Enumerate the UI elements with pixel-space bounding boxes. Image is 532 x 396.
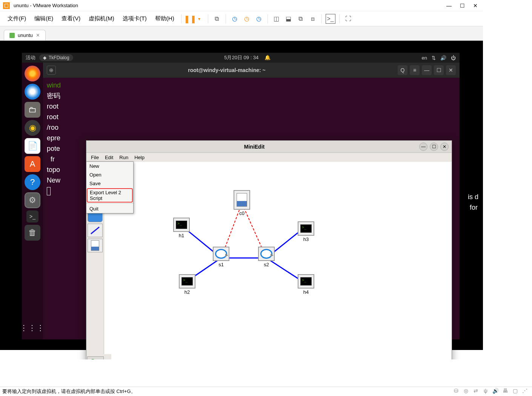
vmware-titlebar: ununtu - VMware Workstation — ☐ ✕: [0, 0, 483, 11]
terminal-menu-icon[interactable]: ≡: [410, 65, 420, 75]
activities-button[interactable]: 活动: [26, 54, 35, 61]
terminal-close-icon[interactable]: ✕: [446, 65, 456, 75]
volume-icon[interactable]: 🔊: [440, 55, 446, 61]
terminal-title: root@windy-virtual-machine: ~: [56, 67, 398, 73]
ubuntu-dock: 🗀 ◉ 📄 A ? ⚙ >_ 🗑 ⋮⋮⋮: [22, 63, 43, 339]
lang-indicator[interactable]: en: [422, 55, 427, 61]
tab-label: ununtu: [18, 32, 33, 38]
menu-vm[interactable]: 虚拟机(M): [85, 14, 118, 24]
terminal-minimize-icon[interactable]: —: [422, 65, 432, 75]
dock-settings-icon[interactable]: ⚙: [25, 192, 40, 208]
vm-running-icon: [9, 33, 15, 38]
maximize-button[interactable]: ☐: [460, 3, 465, 9]
dock-firefox-icon[interactable]: [25, 66, 40, 81]
node-s2[interactable]: s2: [256, 247, 277, 267]
miniedit-maximize-icon[interactable]: ☐: [430, 143, 438, 151]
ubuntu-topbar: 活动 ◆ TkFDialog 5月20日 09 : 34 🔔 en ⇅ 🔊 ⏻: [22, 53, 460, 63]
miniedit-titlebar[interactable]: MiniEdit — ☐ ✕: [86, 141, 452, 153]
node-c0[interactable]: c0: [232, 190, 252, 216]
miniedit-file-dropdown: New Open Save Export Level 2 Script Quit: [86, 161, 134, 213]
terminal-new-tab-button[interactable]: ⊕: [47, 66, 56, 75]
clock2-icon[interactable]: ◷: [242, 14, 252, 24]
bell-icon[interactable]: 🔔: [264, 55, 271, 60]
dock-rhythmbox-icon[interactable]: ◉: [25, 120, 40, 136]
node-h2[interactable]: h2: [177, 274, 197, 295]
layout3-icon[interactable]: ⧉: [296, 14, 306, 24]
miniedit-menu-run[interactable]: Run: [116, 154, 131, 161]
clock[interactable]: 5月20日 09 : 34: [224, 55, 258, 60]
tab-ununtu[interactable]: ununtu ✕: [4, 30, 46, 40]
menu-view[interactable]: 查看(V): [58, 14, 84, 24]
menu-file[interactable]: 文件(F): [4, 14, 30, 24]
miniedit-window: MiniEdit — ☐ ✕ File Edit Run Help ↖: [86, 140, 452, 359]
vmware-tab-bar: ununtu ✕: [0, 26, 483, 41]
dock-help-icon[interactable]: ?: [25, 174, 40, 190]
dock-trash-icon[interactable]: 🗑: [25, 225, 40, 241]
file-menu-save[interactable]: Save: [86, 179, 133, 188]
node-h1[interactable]: h1: [171, 218, 192, 238]
node-s1[interactable]: s1: [211, 247, 231, 267]
miniedit-menubar: File Edit Run Help: [86, 153, 452, 162]
power-icon[interactable]: ⏻: [451, 55, 456, 61]
snapshot-icon[interactable]: ⧉: [212, 14, 222, 24]
miniedit-title: MiniEdit: [89, 144, 419, 150]
file-menu-export-level-2-script[interactable]: Export Level 2 Script: [87, 188, 133, 203]
file-menu-quit[interactable]: Quit: [86, 204, 133, 213]
miniedit-minimize-icon[interactable]: —: [419, 143, 427, 151]
window-title: ununtu - VMware Workstation: [14, 3, 446, 8]
ubuntu-desktop: 活动 ◆ TkFDialog 5月20日 09 : 34 🔔 en ⇅ 🔊 ⏻: [22, 53, 460, 339]
miniedit-menu-file[interactable]: File: [88, 154, 102, 161]
console-icon[interactable]: >_: [326, 14, 335, 24]
menu-tabs[interactable]: 选项卡(T): [119, 14, 151, 24]
miniedit-run-button[interactable]: Run: [87, 356, 104, 359]
topology-links: [104, 162, 452, 359]
file-menu-open[interactable]: Open: [86, 170, 133, 179]
tool-controller-icon[interactable]: [88, 239, 103, 252]
app-icon: ◆: [43, 55, 46, 60]
menu-help[interactable]: 帮助(H): [151, 14, 178, 24]
window-controls: — ☐ ✕: [446, 3, 480, 9]
cursor-icon: [47, 187, 51, 195]
clock3-icon[interactable]: ◷: [254, 14, 264, 24]
miniedit-menu-edit[interactable]: Edit: [102, 154, 116, 161]
terminal-maximize-icon[interactable]: ☐: [434, 65, 444, 75]
terminal-search-icon[interactable]: Q: [398, 65, 407, 75]
minimize-button[interactable]: —: [446, 3, 452, 9]
dock-software-icon[interactable]: A: [25, 156, 40, 172]
layout1-icon[interactable]: ◫: [272, 14, 281, 24]
file-menu-new[interactable]: New: [86, 162, 133, 170]
vmware-logo-icon: [3, 2, 10, 9]
node-h3[interactable]: h3: [296, 221, 316, 242]
app-indicator[interactable]: ◆ TkFDialog: [39, 54, 73, 61]
miniedit-close-icon[interactable]: ✕: [440, 143, 449, 151]
pause-icon[interactable]: ❚❚: [185, 14, 195, 24]
clock1-icon[interactable]: ◷: [230, 14, 240, 24]
dock-apps-grid-icon[interactable]: ⋮⋮⋮: [25, 320, 40, 336]
layout2-icon[interactable]: ⬓: [284, 14, 294, 24]
dock-libreoffice-icon[interactable]: 📄: [25, 138, 40, 154]
terminal-titlebar: ⊕ root@windy-virtual-machine: ~ Q ≡ — ☐ …: [43, 63, 460, 78]
overflow-text: is d for: [468, 192, 478, 213]
menu-edit[interactable]: 编辑(E): [31, 14, 57, 24]
tool-link-icon[interactable]: [88, 224, 103, 237]
fullscreen-icon[interactable]: ⛶: [343, 14, 353, 24]
svg-line-0: [91, 227, 99, 234]
miniedit-menu-help[interactable]: Help: [131, 154, 148, 161]
node-h4[interactable]: h4: [296, 274, 316, 295]
play-dropdown-icon[interactable]: ▾: [194, 14, 204, 24]
layout4-icon[interactable]: ⧈: [308, 14, 318, 24]
vmware-menubar: 文件(F) 编辑(E) 查看(V) 虚拟机(M) 选项卡(T) 帮助(H) ❚❚…: [0, 11, 483, 26]
dock-files-icon[interactable]: 🗀: [25, 102, 40, 118]
close-button[interactable]: ✕: [473, 3, 478, 9]
tab-close-icon[interactable]: ✕: [36, 32, 40, 38]
vm-screen[interactable]: is d for 活动 ◆ TkFDialog 5月20日 09 : 34 🔔 …: [0, 41, 483, 350]
network-icon[interactable]: ⇅: [432, 55, 436, 61]
dock-thunderbird-icon[interactable]: [25, 84, 40, 100]
dock-terminal-icon[interactable]: >_: [26, 210, 38, 223]
miniedit-canvas[interactable]: c0 s1 s2 h1: [104, 162, 452, 359]
